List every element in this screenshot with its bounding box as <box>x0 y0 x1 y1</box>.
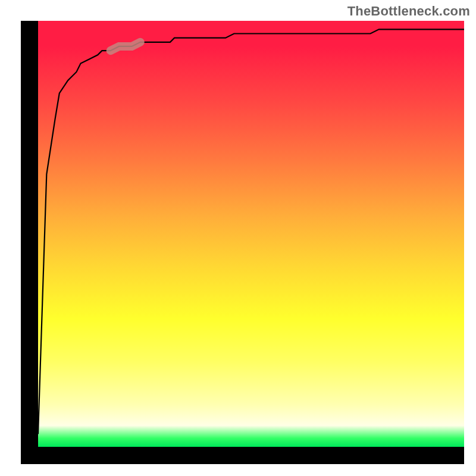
plot-frame <box>21 21 464 464</box>
plot-area <box>38 21 464 447</box>
data-curve <box>38 29 464 434</box>
curve-layer <box>38 21 464 447</box>
chart-container: TheBottleneck.com <box>0 0 476 476</box>
highlight-segment <box>111 42 140 51</box>
watermark-text: TheBottleneck.com <box>347 4 470 19</box>
